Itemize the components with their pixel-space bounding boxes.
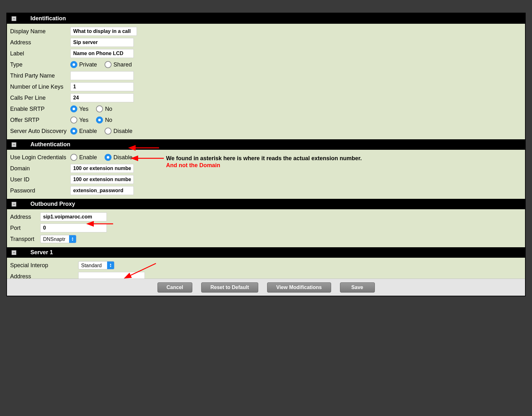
type-shared-label: Shared — [113, 61, 132, 68]
annotation-line1: We found in asterisk here is where it re… — [166, 155, 362, 162]
chevron-updown-icon: ▲▼ — [107, 262, 114, 269]
offer-srtp-label: Offer SRTP — [10, 117, 70, 123]
auto-discovery-enable-label: Enable — [79, 128, 97, 135]
use-login-group: Enable Disable — [70, 154, 132, 161]
use-login-disable-radio[interactable] — [105, 154, 112, 161]
display-name-input[interactable] — [70, 27, 137, 36]
panel-identification: Display Name Address Label Type Private … — [7, 24, 525, 139]
calls-per-line-input[interactable] — [70, 93, 134, 102]
special-interop-value: Standard — [79, 262, 107, 269]
proxy-transport-select[interactable]: DNSnaptr ▲▼ — [40, 235, 76, 243]
section-header-outbound-proxy: − Outbound Proxy — [7, 199, 525, 209]
config-window: − Identification Display Name Address La… — [6, 13, 526, 296]
label-input[interactable] — [70, 49, 134, 58]
line-keys-label: Number of Line Keys — [10, 84, 70, 90]
use-login-disable-label: Disable — [113, 154, 132, 161]
address-input[interactable] — [70, 38, 134, 47]
offer-srtp-no-radio[interactable] — [96, 117, 103, 123]
enable-srtp-no-radio[interactable] — [96, 105, 103, 112]
section-title: Server 1 — [30, 249, 53, 256]
proxy-port-label: Port — [10, 225, 40, 231]
section-title: Authentication — [30, 141, 70, 148]
type-group: Private Shared — [70, 61, 132, 68]
password-label: Password — [10, 187, 70, 194]
type-private-radio[interactable] — [70, 61, 77, 68]
proxy-transport-label: Transport — [10, 236, 40, 243]
collapse-icon[interactable]: − — [11, 142, 16, 147]
auto-discovery-disable-radio[interactable] — [105, 128, 112, 135]
view-modifications-button[interactable]: View Modifications — [267, 282, 331, 293]
section-title: Identification — [30, 15, 66, 22]
display-name-label: Display Name — [10, 28, 70, 35]
enable-srtp-no-label: No — [105, 106, 112, 112]
server1-address-input[interactable] — [78, 272, 145, 279]
domain-input[interactable] — [70, 164, 134, 173]
address-label: Address — [10, 39, 70, 46]
save-button[interactable]: Save — [340, 282, 375, 293]
userid-input[interactable] — [70, 175, 134, 184]
chevron-updown-icon: ▲▼ — [69, 235, 76, 243]
type-label: Type — [10, 61, 70, 68]
panel-server1: Special Interop Standard ▲▼ Address Port… — [7, 258, 525, 279]
auto-discovery-label: Server Auto Discovery — [10, 128, 70, 135]
type-private-label: Private — [79, 61, 97, 68]
panel-outbound-proxy: Address Port Transport DNSnaptr ▲▼ — [7, 209, 525, 247]
offer-srtp-yes-label: Yes — [79, 117, 88, 123]
third-party-label: Third Party Name — [10, 72, 70, 79]
offer-srtp-no-label: No — [105, 117, 112, 123]
collapse-icon[interactable]: − — [11, 250, 16, 255]
cancel-button[interactable]: Cancel — [157, 282, 192, 293]
third-party-input[interactable] — [70, 71, 134, 80]
section-header-authentication: − Authentication — [7, 139, 525, 150]
enable-srtp-label: Enable SRTP — [10, 106, 70, 112]
proxy-transport-value: DNSnaptr — [41, 235, 69, 243]
use-login-enable-radio[interactable] — [70, 154, 77, 161]
collapse-icon[interactable]: − — [11, 202, 16, 207]
section-header-server1: − Server 1 — [7, 247, 525, 258]
enable-srtp-yes-radio[interactable] — [70, 105, 77, 112]
auto-discovery-enable-radio[interactable] — [70, 128, 77, 135]
collapse-icon[interactable]: − — [11, 16, 16, 21]
calls-per-line-label: Calls Per Line — [10, 95, 70, 101]
label-label: Label — [10, 50, 70, 57]
use-login-label: Use Login Credentials — [10, 154, 70, 161]
offer-srtp-group: Yes No — [70, 117, 112, 123]
button-bar: Cancel Reset to Default View Modificatio… — [7, 279, 525, 296]
type-shared-radio[interactable] — [105, 61, 112, 68]
auto-discovery-group: Enable Disable — [70, 128, 132, 135]
scroll-area: − Identification Display Name Address La… — [7, 13, 525, 279]
enable-srtp-group: Yes No — [70, 105, 112, 112]
userid-label: User ID — [10, 176, 70, 183]
annotation-line2: And not the Domain — [166, 162, 220, 169]
section-title: Outbound Proxy — [30, 201, 75, 207]
server1-address-label: Address — [10, 273, 78, 279]
section-header-identification: − Identification — [7, 13, 525, 24]
enable-srtp-yes-label: Yes — [79, 106, 88, 112]
proxy-port-input[interactable] — [40, 224, 107, 232]
line-keys-input[interactable] — [70, 82, 134, 91]
offer-srtp-yes-radio[interactable] — [70, 117, 77, 123]
proxy-address-label: Address — [10, 214, 40, 220]
proxy-address-input[interactable] — [40, 212, 107, 221]
use-login-enable-label: Enable — [79, 154, 97, 161]
reset-button[interactable]: Reset to Default — [201, 282, 258, 293]
special-interop-label: Special Interop — [10, 262, 78, 269]
special-interop-select[interactable]: Standard ▲▼ — [78, 261, 114, 269]
domain-label: Domain — [10, 165, 70, 172]
auto-discovery-disable-label: Disable — [113, 128, 132, 135]
password-input[interactable] — [70, 186, 134, 195]
